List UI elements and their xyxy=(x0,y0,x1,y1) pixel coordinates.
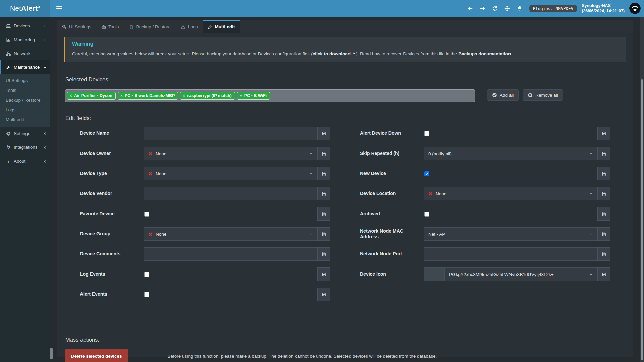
check-circle-icon xyxy=(492,93,497,98)
sidebar-item-settings[interactable]: Settings xyxy=(0,127,50,140)
remove-tag-icon[interactable]: × xyxy=(240,93,242,98)
gear-icon xyxy=(6,131,11,136)
field-row-network-node-port: Network Node Port xyxy=(360,247,610,261)
device-type-value: None xyxy=(156,171,166,176)
device-tag-label: PC - S work Daniels-MBP xyxy=(125,93,175,98)
device-owner-save-button[interactable] xyxy=(317,147,330,160)
remove-all-button[interactable]: Remove all xyxy=(523,89,563,101)
device-location-save-button[interactable] xyxy=(597,187,610,200)
skip-repeated-select[interactable]: 0 (notify all) xyxy=(424,147,597,160)
bell-button[interactable] xyxy=(514,0,526,17)
add-all-button[interactable]: Add all xyxy=(487,89,519,101)
submenu-item-tools[interactable]: Tools xyxy=(0,85,50,95)
device-vendor-input[interactable] xyxy=(144,187,317,200)
remove-tag-icon[interactable]: × xyxy=(183,93,185,98)
device-group-save-button[interactable] xyxy=(317,227,330,241)
submenu-item-multi-edit[interactable]: Multi-edit xyxy=(0,115,50,124)
network-node-mac-address-select[interactable]: Net - AP xyxy=(424,227,597,241)
remove-tag-icon[interactable]: × xyxy=(120,93,123,98)
network-node-port-save-button[interactable] xyxy=(597,247,610,261)
device-owner-select[interactable]: None xyxy=(144,147,317,160)
vertical-scrollbar-thumb[interactable] xyxy=(641,79,643,360)
selected-devices-field[interactable]: ×Air Purifier - Dyson×PC - S work Daniel… xyxy=(65,89,475,102)
device-type-select[interactable]: None xyxy=(144,167,317,180)
alert-device-down-checkbox[interactable] xyxy=(424,131,429,136)
sidebar-item-devices[interactable]: Devices xyxy=(0,19,50,33)
archived-save-button[interactable] xyxy=(597,207,610,221)
device-icon-select[interactable]: PGkgY2xhc3M9ImZhIGZhLWNvbXB1dGVyIj48L2k+ xyxy=(444,267,597,281)
sidebar-scrollbar-thumb[interactable] xyxy=(50,348,53,359)
sync-button[interactable] xyxy=(489,0,501,17)
delete-selected-devices-button[interactable]: Delete selected devices xyxy=(65,349,128,362)
tab-backup-restore[interactable]: Backup / Restore xyxy=(124,20,176,33)
backups-doc-link[interactable]: Backups documentation xyxy=(458,51,511,56)
log-events-checkbox[interactable] xyxy=(144,272,149,277)
sidebar-item-integrations[interactable]: Integrations xyxy=(0,140,50,154)
device-tag: ×PC - B WiFi xyxy=(237,92,270,100)
log-events-label: Log Events xyxy=(80,271,144,277)
sidebar-submenu-maintenance: UI SettingsToolsBackup / RestoreLogsMult… xyxy=(0,74,50,127)
tab-label: Multi-edit xyxy=(215,24,235,29)
sync-icon xyxy=(492,6,498,11)
device-type-save-button[interactable] xyxy=(317,167,330,180)
warning-text: Careful, entering wrong values below wil… xyxy=(72,51,619,56)
network-node-port-input[interactable] xyxy=(424,247,597,261)
warning-text-2: ). Read how to recover Devices from this… xyxy=(356,51,458,56)
device-vendor-save-button[interactable] xyxy=(317,187,330,200)
favorite-device-checkbox[interactable] xyxy=(144,212,149,217)
arrow-left-button[interactable] xyxy=(464,0,476,17)
network-node-mac-address-save-button[interactable] xyxy=(597,227,610,241)
select-chevron-icon xyxy=(589,232,593,236)
device-group-select[interactable]: None xyxy=(144,227,317,241)
archived-checkbox[interactable] xyxy=(424,212,429,217)
device-icon-save-button[interactable] xyxy=(597,267,610,281)
device-location-select[interactable]: None xyxy=(424,187,597,200)
sidebar-item-maintenance[interactable]: Maintenance xyxy=(0,60,50,74)
submenu-item-logs[interactable]: Logs xyxy=(0,105,50,115)
device-tag: ×raspberrypi (IP match) xyxy=(180,92,235,100)
device-comments-save-button[interactable] xyxy=(317,247,330,261)
device-name-save-button[interactable] xyxy=(317,127,330,140)
select-chevron-icon xyxy=(589,272,593,276)
favorite-device-save-button[interactable] xyxy=(317,207,330,221)
sidebar-item-network[interactable]: Network xyxy=(0,47,50,60)
device-name-input[interactable] xyxy=(144,127,317,140)
sidebar-item-monitoring[interactable]: Monitoring xyxy=(0,33,50,47)
sidebar-item-about[interactable]: About xyxy=(0,154,50,168)
alert-events-save-button[interactable] xyxy=(317,288,330,301)
tab-logs[interactable]: Logs xyxy=(176,20,203,33)
submenu-item-ui-settings[interactable]: UI Settings xyxy=(0,76,50,85)
device-name-label: Device Name xyxy=(80,130,144,136)
device-group-control: None xyxy=(144,227,330,241)
remove-tag-icon[interactable]: × xyxy=(70,93,72,98)
arrow-right-button[interactable] xyxy=(476,0,489,17)
field-row-device-icon: Device IconPGkgY2xhc3M9ImZhIGZhLWNvbXB1d… xyxy=(360,267,610,281)
tab-tools[interactable]: Tools xyxy=(96,20,124,33)
move-button[interactable] xyxy=(501,0,514,17)
save-icon xyxy=(601,232,606,237)
avatar[interactable] xyxy=(629,3,641,14)
save-icon xyxy=(601,131,606,136)
app-logo[interactable]: NetAlertx xyxy=(0,0,50,17)
download-backup-link[interactable]: click to download xyxy=(313,51,356,56)
tab-ui-settings[interactable]: UI Settings xyxy=(57,20,96,33)
sidebar-toggle-button[interactable] xyxy=(50,0,68,17)
new-device-save-button[interactable] xyxy=(597,167,610,180)
device-comments-input[interactable] xyxy=(144,247,317,261)
edit-fields-heading: Edit fields: xyxy=(64,110,626,121)
warning-icon xyxy=(181,25,185,29)
log-events-save-button[interactable] xyxy=(317,267,330,281)
alert-events-checkbox[interactable] xyxy=(144,292,149,297)
checkmark-icon xyxy=(425,172,429,176)
tab-multi-edit[interactable]: Multi-edit xyxy=(203,20,240,33)
new-device-checkbox[interactable] xyxy=(424,171,429,176)
archived-control xyxy=(424,207,610,221)
skip-repeated-save-button[interactable] xyxy=(597,147,610,160)
x-circle-icon xyxy=(528,93,533,98)
submenu-item-backup-restore[interactable]: Backup / Restore xyxy=(0,95,50,105)
tab-label: Tools xyxy=(108,24,119,29)
arrow-right-icon xyxy=(480,6,485,11)
alert-device-down-save-button[interactable] xyxy=(597,127,610,140)
sidebar-item-label: Monitoring xyxy=(14,37,35,42)
tab-label: UI Settings xyxy=(69,24,91,29)
